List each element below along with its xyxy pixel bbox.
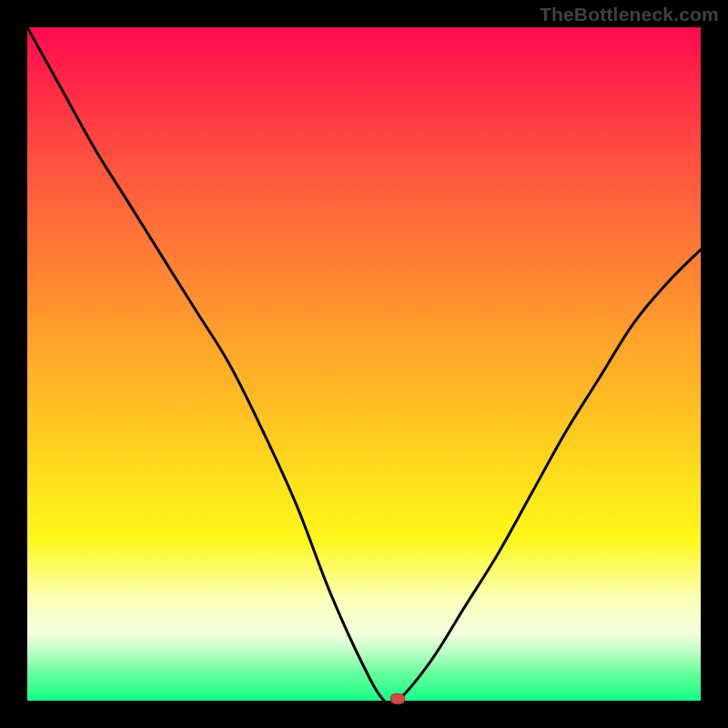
optimal-point-marker xyxy=(390,693,405,704)
bottleneck-curve xyxy=(27,27,701,701)
chart-frame: TheBottleneck.com xyxy=(0,0,728,728)
watermark-label: TheBottleneck.com xyxy=(540,4,719,25)
plot-area xyxy=(27,27,701,701)
